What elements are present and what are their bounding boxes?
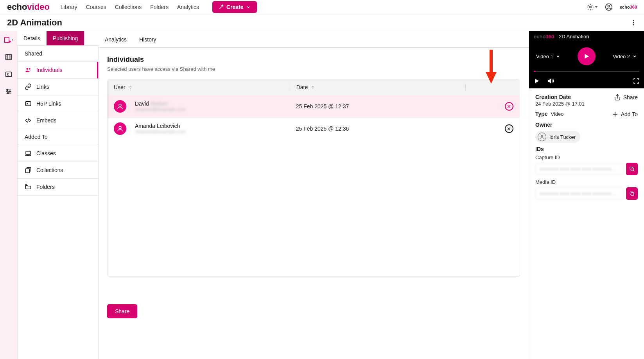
player-logo: echo360: [534, 34, 554, 39]
rail-info[interactable]: i: [4, 36, 14, 44]
column-date-header[interactable]: Date: [290, 84, 466, 90]
capture-id-row: xxxxxxxx-xxxx-xxxx-xxxx-xxxxxxxx…: [535, 163, 638, 175]
video-2-selector[interactable]: Video 2: [613, 54, 637, 59]
sliders-icon[interactable]: [5, 88, 13, 95]
sidebar-item-label: Classes: [36, 150, 56, 156]
film-icon[interactable]: [5, 53, 13, 61]
fullscreen-icon[interactable]: [633, 78, 639, 84]
table-empty-space: [108, 140, 520, 276]
sidebar-item-folders[interactable]: Folders: [18, 179, 98, 196]
transcript-icon[interactable]: [5, 70, 13, 78]
volume-icon[interactable]: [547, 77, 554, 84]
small-logo[interactable]: echo360: [620, 5, 637, 9]
logo-part1: echo: [7, 2, 27, 12]
sidebar-item-classes[interactable]: Classes: [18, 145, 98, 162]
section-subtitle: Selected users have access via Shared wi…: [107, 66, 520, 72]
date-text: 25 Feb 2025 @ 12:36: [296, 126, 349, 132]
user-name: Amanda Leibovich: [135, 123, 186, 129]
right-panel: echo360 2D Animation Video 1 Video 2: [529, 31, 644, 359]
kebab-icon[interactable]: [630, 19, 637, 26]
user-name: David Redact: [135, 101, 186, 107]
content-tabs: Details Publishing: [17, 31, 99, 46]
video-selector-row: Video 1 Video 2: [529, 42, 644, 71]
nav-collections[interactable]: Collections: [115, 4, 142, 10]
video-1-selector[interactable]: Video 1: [536, 54, 560, 59]
svg-rect-17: [26, 151, 30, 154]
copy-media-id-button[interactable]: [626, 187, 638, 200]
play-small-icon[interactable]: [534, 78, 540, 84]
table-row[interactable]: Amanda Leibovich redacted@example.com 25…: [108, 117, 520, 140]
caret-left-icon: [11, 38, 14, 42]
svg-point-0: [590, 6, 592, 8]
remove-user-button[interactable]: ✕: [505, 124, 513, 133]
logo[interactable]: echovideo: [7, 2, 50, 12]
progress-bar[interactable]: [534, 71, 639, 72]
share-button[interactable]: Share: [107, 304, 137, 318]
sidebar-item-h5p[interactable]: H5P Links: [18, 95, 98, 112]
svg-rect-9: [5, 54, 11, 59]
column-user-header[interactable]: User: [114, 84, 290, 90]
capture-id-label: Capture ID: [535, 154, 638, 160]
tab-publishing[interactable]: Publishing: [47, 31, 84, 45]
chevron-down-icon: [556, 54, 560, 59]
page-title: 2D Animation: [7, 18, 62, 28]
copy-capture-id-button[interactable]: [626, 163, 638, 175]
svg-point-20: [119, 126, 121, 129]
date-text: 25 Feb 2025 @ 12:37: [296, 103, 349, 109]
video-1-label: Video 1: [536, 54, 553, 59]
nav-courses[interactable]: Courses: [86, 4, 106, 10]
svg-point-13: [7, 93, 8, 94]
sidebar-item-embeds[interactable]: Embeds: [18, 112, 98, 129]
sidebar-item-label: Individuals: [36, 67, 62, 73]
creation-date-value: 24 Feb 2025 @ 17:01: [535, 101, 585, 107]
small-logo-part1: echo: [620, 5, 630, 9]
user-table: User Date: [107, 79, 520, 277]
share-action[interactable]: Share: [614, 94, 638, 101]
nav-folders[interactable]: Folders: [150, 4, 169, 10]
settings-menu[interactable]: [587, 4, 598, 11]
remove-user-button[interactable]: ✕: [505, 102, 513, 111]
svg-rect-10: [5, 72, 11, 77]
sort-icon: [311, 85, 315, 90]
svg-rect-23: [631, 168, 634, 171]
sidebar-item-collections[interactable]: Collections: [18, 162, 98, 179]
play-button[interactable]: [578, 47, 596, 65]
nav-library[interactable]: Library: [61, 4, 77, 10]
svg-point-15: [29, 68, 30, 70]
add-to-action[interactable]: Add To: [612, 111, 638, 118]
topnav-links: Library Courses Collections Folders Anal…: [61, 1, 257, 13]
svg-rect-6: [4, 37, 9, 42]
people-icon: [25, 66, 32, 74]
share-action-label: Share: [623, 94, 638, 101]
svg-point-14: [27, 68, 29, 70]
add-to-label: Add To: [621, 111, 638, 117]
main-column: Analytics History Individuals Selected u…: [99, 31, 529, 359]
ids-heading: IDs: [535, 146, 638, 152]
h5p-icon: [25, 100, 32, 107]
left-rail: i: [0, 31, 17, 359]
share-icon: [614, 94, 621, 101]
table-row[interactable]: David Redact redacted@example.com 25 Feb…: [108, 95, 520, 117]
sidebar-item-individuals[interactable]: Individuals: [18, 62, 98, 79]
code-icon: [25, 117, 32, 124]
sidebar-section-addedto: Added To: [18, 129, 98, 145]
chevron-down-icon: [632, 54, 637, 59]
nav-analytics[interactable]: Analytics: [177, 4, 199, 10]
capture-id-value[interactable]: xxxxxxxx-xxxx-xxxx-xxxx-xxxxxxxx…: [535, 163, 624, 175]
tab-history[interactable]: History: [133, 31, 163, 47]
section-title: Individuals: [107, 56, 520, 64]
sidebar-item-links[interactable]: Links: [18, 79, 98, 95]
sidebar-column: Details Publishing Shared Individuals Li…: [17, 31, 99, 359]
person-icon: [540, 135, 544, 139]
media-id-value[interactable]: xxxxxxxx-xxxx-xxxx-xxxx-xxxxxxxx…: [535, 187, 624, 200]
create-button[interactable]: Create: [212, 1, 257, 13]
classes-icon: [25, 150, 32, 157]
sidebar: Shared Individuals Links H5P Links Embed…: [17, 46, 99, 359]
meta-creation-row: Creation Date 24 Feb 2025 @ 17:01 Share: [535, 94, 638, 107]
wand-icon: [219, 4, 224, 10]
owner-chip[interactable]: Idris Tucker: [535, 131, 580, 143]
tab-analytics[interactable]: Analytics: [99, 31, 133, 47]
owner-name: Idris Tucker: [549, 134, 576, 140]
user-icon[interactable]: [605, 3, 613, 11]
tab-details[interactable]: Details: [17, 31, 47, 45]
